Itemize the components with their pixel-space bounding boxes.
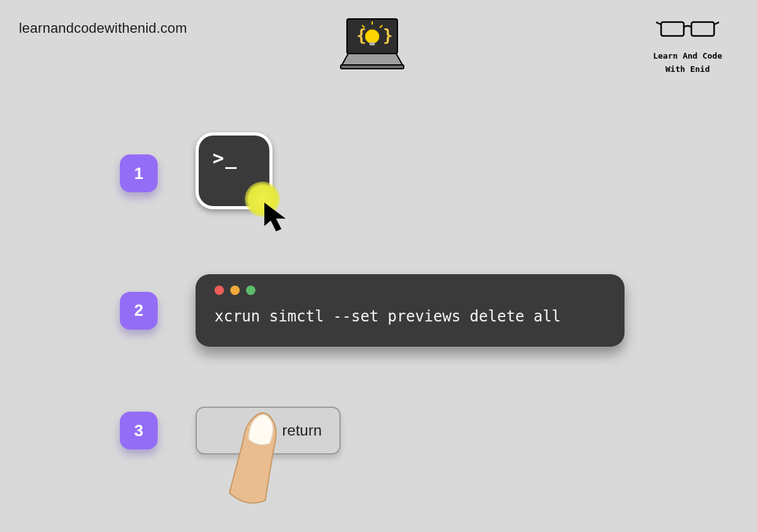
laptop-idea-icon: { }: [334, 16, 410, 79]
window-controls[interactable]: [214, 286, 606, 295]
step-badge-1: 1: [120, 154, 158, 192]
step-2: 2 xcrun simctl --set previews delete all: [120, 274, 688, 347]
return-key-label: return: [282, 422, 322, 439]
svg-text:{: {: [356, 26, 367, 45]
brand-block: Learn And Code With Enid: [640, 16, 735, 76]
svg-rect-9: [341, 65, 404, 69]
glasses-icon: [656, 16, 719, 43]
svg-point-3: [365, 30, 379, 43]
site-url: learnandcodewithenid.com: [19, 20, 187, 37]
svg-marker-14: [264, 202, 286, 231]
terminal-window[interactable]: xcrun simctl --set previews delete all: [196, 274, 625, 347]
steps-container: 1 >_ 2 xcrun simctl --set previews delet…: [120, 132, 688, 454]
terminal-app-icon[interactable]: >_: [196, 132, 278, 214]
maximize-icon[interactable]: [246, 286, 255, 295]
step-badge-2: 2: [120, 292, 158, 330]
svg-rect-11: [691, 22, 714, 36]
terminal-command: xcrun simctl --set previews delete all: [214, 308, 606, 325]
svg-rect-4: [370, 42, 375, 45]
brand-text-line2: With Enid: [640, 63, 735, 76]
svg-line-12: [656, 22, 661, 25]
close-icon[interactable]: [214, 286, 224, 295]
svg-rect-10: [661, 22, 684, 36]
step-badge-3: 3: [120, 412, 158, 449]
terminal-prompt-glyph: >_: [213, 147, 238, 169]
return-key[interactable]: return: [196, 407, 341, 454]
svg-marker-8: [342, 54, 402, 65]
step-3: 3 return: [120, 407, 688, 454]
cursor-icon: [261, 200, 295, 234]
minimize-icon[interactable]: [230, 286, 240, 295]
brand-text-line1: Learn And Code: [640, 50, 735, 63]
svg-text:}: }: [383, 26, 393, 45]
step-1: 1 >_: [120, 132, 688, 214]
svg-line-13: [714, 22, 719, 25]
